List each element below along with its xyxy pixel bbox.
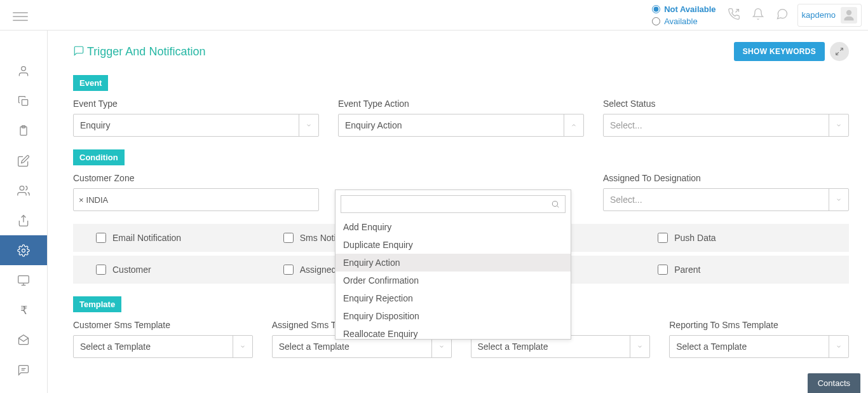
dropdown-option[interactable]: Enquiry Action	[336, 254, 571, 272]
svg-line-15	[557, 206, 559, 208]
dropdown-search-input[interactable]	[346, 200, 551, 209]
event-type-action-field: Event Type Action Enquiry Action	[338, 99, 584, 137]
check-customer-label: Customer	[112, 265, 151, 275]
assigned-sms-template-value: Select a Template	[279, 341, 349, 352]
check-email-notification-label: Email Notification	[112, 233, 181, 243]
show-keywords-button[interactable]: SHOW KEYWORDS	[734, 42, 825, 61]
bell-icon[interactable]	[752, 8, 764, 22]
event-type-action-select[interactable]: Enquiry Action	[338, 114, 584, 137]
dropdown-option[interactable]: Enquiry Disposition	[336, 307, 571, 325]
check-push-data-label: Push Data	[674, 233, 715, 243]
dropdown-option[interactable]: Order Confirmation	[336, 272, 571, 289]
topbar: Not Available Available kapdemo	[0, 0, 868, 31]
check-parent[interactable]: Parent	[658, 265, 826, 275]
sidebar-item-user[interactable]	[0, 56, 47, 86]
reporting-to-sms-template-select[interactable]: Select a Template	[669, 335, 849, 358]
sidebar-item-message[interactable]	[0, 355, 47, 385]
availability-available-label: Available	[664, 17, 698, 26]
check-parent-label: Parent	[674, 265, 700, 275]
svg-line-12	[840, 48, 843, 51]
customer-sms-template-value: Select a Template	[80, 341, 151, 352]
event-type-action-label: Event Type Action	[338, 99, 584, 109]
assigned-to-designation-select[interactable]: Select...	[603, 188, 849, 211]
check-assigned-label: Assigned	[300, 265, 337, 275]
dropdown-option[interactable]: Reallocate Enquiry	[336, 325, 571, 339]
chat-icon[interactable]	[776, 8, 789, 22]
event-type-value: Enquiry	[80, 120, 110, 130]
sidebar-item-share[interactable]	[0, 205, 47, 235]
dropdown-search-wrap	[336, 190, 571, 218]
avatar	[841, 7, 857, 24]
page-title: Trigger And Notification	[87, 45, 205, 59]
assigned-to-designation-field: Assigned To Designation Select...	[603, 173, 849, 211]
customer-zone-label: Customer Zone	[73, 173, 319, 183]
dropdown-list: Add EnquiryDuplicate EnquiryEnquiry Acti…	[336, 218, 571, 339]
customer-zone-input[interactable]: × INDIA	[73, 188, 319, 211]
creator-sms-template-value: Select a Template	[478, 341, 548, 352]
assigned-to-designation-placeholder: Select...	[610, 195, 642, 205]
event-type-action-value: Enquiry Action	[345, 120, 402, 130]
event-type-label: Event Type	[73, 99, 319, 109]
section-condition: Condition	[73, 149, 125, 165]
reporting-to-sms-template-field: Reporting To Sms Template Select a Templ…	[669, 320, 849, 358]
event-type-field: Event Type Enquiry	[73, 99, 319, 137]
sidebar-item-monitor[interactable]	[0, 265, 47, 295]
svg-point-6	[22, 249, 25, 252]
sidebar-item-rupee[interactable]: ₹	[0, 295, 47, 325]
section-template: Template	[73, 296, 121, 312]
assigned-to-designation-label: Assigned To Designation	[603, 173, 849, 183]
phone-out-icon[interactable]	[728, 8, 740, 22]
select-status-field: Select Status Select...	[603, 99, 849, 137]
availability-not-available-label: Not Available	[664, 4, 715, 14]
customer-sms-template-label: Customer Sms Template	[73, 320, 253, 330]
svg-point-14	[552, 201, 557, 206]
select-status-select[interactable]: Select...	[603, 114, 849, 137]
svg-rect-7	[18, 275, 29, 283]
dropdown-option[interactable]: Enquiry Rejection	[336, 289, 571, 307]
topbar-icons	[728, 8, 789, 22]
reporting-to-sms-template-value: Select a Template	[676, 341, 747, 352]
svg-point-4	[20, 186, 24, 190]
main-content: Trigger And Notification SHOW KEYWORDS E…	[48, 31, 868, 393]
dropdown-search-box[interactable]	[341, 195, 566, 213]
svg-point-0	[22, 66, 26, 71]
check-customer[interactable]: Customer	[96, 265, 264, 275]
dropdown-option[interactable]: Duplicate Enquiry	[336, 236, 571, 254]
svg-line-13	[836, 52, 839, 55]
availability-available[interactable]: Available	[652, 17, 715, 26]
customer-zone-tag-label: INDIA	[86, 195, 109, 205]
check-push-data[interactable]: Push Data	[658, 233, 826, 243]
select-status-label: Select Status	[603, 99, 849, 109]
expand-button[interactable]	[830, 42, 849, 61]
page-header: Trigger And Notification SHOW KEYWORDS	[73, 42, 849, 61]
contacts-tab[interactable]: Contacts	[808, 373, 860, 393]
user-chip[interactable]: kapdemo	[797, 4, 862, 27]
sidebar-item-clipboard[interactable]	[0, 116, 47, 146]
remove-tag-icon[interactable]: ×	[79, 195, 84, 205]
event-action-dropdown: Add EnquiryDuplicate EnquiryEnquiry Acti…	[335, 190, 571, 340]
customer-zone-tag: × INDIA	[79, 195, 108, 205]
hamburger-menu[interactable]	[13, 10, 28, 21]
customer-sms-template-field: Customer Sms Template Select a Template	[73, 320, 253, 358]
sidebar-item-settings[interactable]	[0, 235, 47, 265]
reporting-to-sms-template-label: Reporting To Sms Template	[669, 320, 849, 330]
customer-zone-field: Customer Zone × INDIA	[73, 173, 319, 211]
sidebar-item-users[interactable]	[0, 176, 47, 205]
event-type-select[interactable]: Enquiry	[73, 114, 319, 137]
section-event: Event	[73, 75, 108, 91]
customer-sms-template-select[interactable]: Select a Template	[73, 335, 253, 358]
svg-rect-1	[22, 99, 28, 105]
sidebar-item-copy[interactable]	[0, 86, 47, 116]
search-icon	[551, 200, 560, 209]
check-sms-notification-label: Sms Noti	[300, 233, 336, 243]
sidebar-item-edit[interactable]	[0, 146, 47, 176]
sidebar-item-mail[interactable]	[0, 325, 47, 355]
check-email-notification[interactable]: Email Notification	[96, 233, 264, 243]
availability-group: Not Available Available	[652, 4, 715, 26]
select-status-placeholder: Select...	[610, 120, 642, 130]
page-title-icon	[73, 45, 87, 59]
dropdown-option[interactable]: Add Enquiry	[336, 218, 571, 236]
user-name: kapdemo	[802, 10, 836, 20]
sidebar: ₹	[0, 31, 48, 393]
availability-not-available[interactable]: Not Available	[652, 4, 715, 14]
